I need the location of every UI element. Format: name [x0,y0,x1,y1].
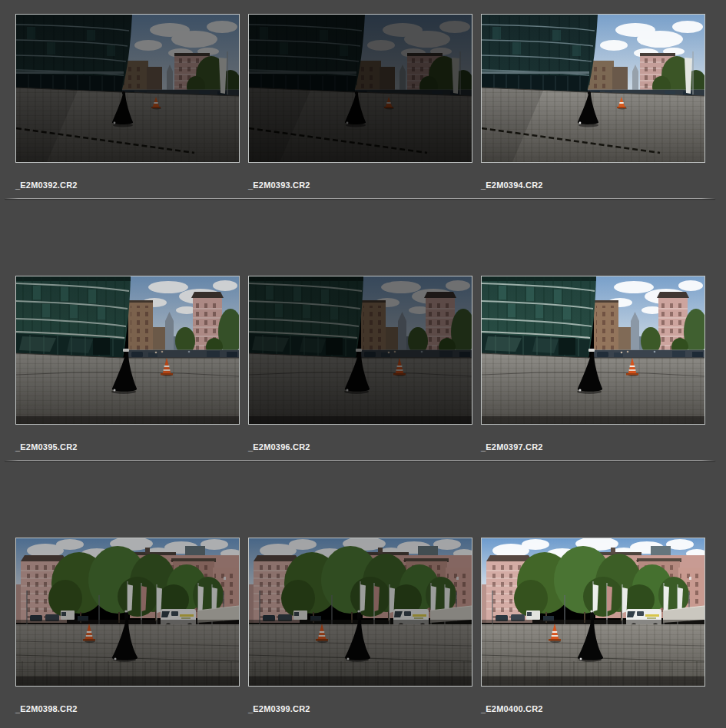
row-separator [5,460,715,461]
photo-filename[interactable]: _E2M0398.CR2 [15,704,240,713]
photo-filename[interactable]: _E2M0392.CR2 [15,180,240,190]
photo-cell: _E2M0397.CR2 [481,276,705,452]
photo-scene-tree-plaza [249,538,472,686]
photo-scene-street-gap [16,276,239,424]
photo-thumbnail[interactable] [481,538,705,687]
photo-filename[interactable]: _E2M0397.CR2 [481,442,705,452]
photo-row-2: _E2M0395.CR2 _E2M0396.CR2 _E2M0397.CR2 [0,276,726,452]
photo-filename[interactable]: _E2M0394.CR2 [481,180,705,190]
photo-cell: _E2M0392.CR2 [15,14,240,190]
photo-thumbnail[interactable] [248,276,472,425]
photo-thumbnail[interactable] [15,538,240,687]
photo-thumbnail[interactable] [248,14,472,163]
photo-scene-tree-plaza [482,538,704,686]
photo-cell: _E2M0395.CR2 [15,276,240,452]
photo-row-1: _E2M0392.CR2 _E2M0393.CR2 _E2M0394.CR2 [0,0,726,190]
photo-scene-street-gap [249,276,472,424]
photo-cell: _E2M0399.CR2 [248,538,472,713]
photo-filename[interactable]: _E2M0399.CR2 [248,704,472,713]
photo-scene-glass-tower-wide [16,15,239,162]
photo-scene-glass-tower-wide [482,15,704,162]
photo-cell: _E2M0394.CR2 [481,14,705,190]
photo-filename[interactable]: _E2M0400.CR2 [481,704,705,713]
photo-grid: _E2M0392.CR2 _E2M0393.CR2 _E2M0394.CR2 _… [0,0,726,713]
row-separator [5,198,715,199]
photo-scene-glass-tower-wide [249,15,472,162]
photo-filename[interactable]: _E2M0395.CR2 [15,442,240,452]
photo-thumbnail[interactable] [481,14,705,163]
photo-cell: _E2M0400.CR2 [481,538,705,713]
photo-thumbnail[interactable] [15,276,240,425]
photo-filename[interactable]: _E2M0396.CR2 [248,442,472,452]
photo-scene-street-gap [482,276,704,424]
photo-cell: _E2M0396.CR2 [248,276,472,452]
photo-thumbnail[interactable] [15,14,240,163]
photo-thumbnail[interactable] [248,538,472,687]
photo-filename[interactable]: _E2M0393.CR2 [248,180,472,190]
photo-cell: _E2M0393.CR2 [248,14,472,190]
photo-scene-tree-plaza [16,538,239,686]
photo-row-3: _E2M0398.CR2 _E2M0399.CR2 _E2M0400.CR2 [0,538,726,713]
photo-cell: _E2M0398.CR2 [15,538,240,713]
photo-thumbnail[interactable] [481,276,705,425]
